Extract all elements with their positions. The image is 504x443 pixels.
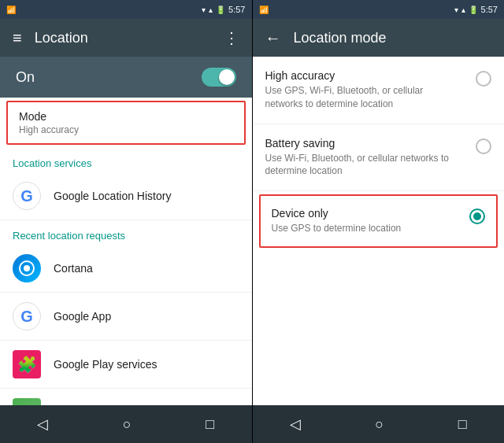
status-left-icons: 📶 xyxy=(6,6,16,14)
high-accuracy-radio[interactable] xyxy=(476,71,491,87)
high-accuracy-option[interactable]: High accuracy Use GPS, Wi-Fi, Bluetooth,… xyxy=(253,57,505,124)
bottom-nav-right: ◁ ○ □ xyxy=(253,405,505,443)
svg-point-1 xyxy=(24,265,30,271)
radio-selected-indicator xyxy=(473,212,481,220)
home-button-right[interactable]: ○ xyxy=(369,410,390,439)
high-accuracy-title: High accuracy xyxy=(265,69,464,82)
mode-subtitle: High accuracy xyxy=(19,124,233,135)
google-location-history-label: Google Location History xyxy=(54,190,171,202)
back-icon[interactable]: ← xyxy=(265,29,281,47)
toggle-row[interactable]: On xyxy=(0,57,252,98)
status-right-right-icons: ▾ ▴ 🔋 5:57 xyxy=(454,5,498,14)
battery-saving-text: Battery saving Use Wi-Fi, Bluetooth, or … xyxy=(265,137,464,179)
battery-icon-right: 🔋 xyxy=(469,6,478,14)
play-services-icon: 🧩 xyxy=(13,350,41,378)
google-location-history-item[interactable]: G Google Location History xyxy=(0,172,252,220)
device-only-radio[interactable] xyxy=(469,209,485,224)
battery-saving-subtitle: Use Wi-Fi, Bluetooth, or cellular networ… xyxy=(265,152,464,179)
status-bar-right: 📶 ▾ ▴ 🔋 5:57 xyxy=(253,0,505,19)
location-toggle[interactable] xyxy=(202,68,236,87)
maps-item[interactable]: 🗺️ Maps xyxy=(0,389,252,405)
recent-button[interactable]: □ xyxy=(199,410,220,439)
cortana-icon xyxy=(13,254,41,282)
device-only-subtitle: Use GPS to determine location xyxy=(272,222,458,235)
location-mode-title: Location mode xyxy=(294,30,492,46)
menu-icon[interactable]: ≡ xyxy=(13,29,22,47)
sim-icon: 📶 xyxy=(6,6,16,14)
right-panel: 📶 ▾ ▴ 🔋 5:57 ← Location mode High accura… xyxy=(253,0,505,443)
home-button[interactable]: ○ xyxy=(117,410,138,439)
signal-icon-right: ▴ xyxy=(461,6,465,14)
toolbar-right: ← Location mode xyxy=(253,19,505,57)
battery-saving-option[interactable]: Battery saving Use Wi-Fi, Bluetooth, or … xyxy=(253,124,505,192)
back-button[interactable]: ◁ xyxy=(31,409,54,439)
recent-button-right[interactable]: □ xyxy=(452,410,473,439)
status-bar-left: 📶 ▾ ▴ 🔋 5:57 xyxy=(0,0,252,19)
toggle-knob xyxy=(219,69,235,85)
signal-icon: ▴ xyxy=(209,6,213,14)
battery-saving-title: Battery saving xyxy=(265,137,464,150)
maps-icon: 🗺️ xyxy=(13,398,41,405)
high-accuracy-subtitle: Use GPS, Wi-Fi, Bluetooth, or cellular n… xyxy=(265,84,464,111)
wifi-icon: ▾ xyxy=(202,6,206,14)
google-app-icon: G xyxy=(13,302,41,330)
toolbar-left: ≡ Location ⋮ xyxy=(0,19,252,57)
left-panel: 📶 ▾ ▴ 🔋 5:57 ≡ Location ⋮ On Mode High a… xyxy=(0,0,252,443)
status-right-icons: ▾ ▴ 🔋 5:57 xyxy=(202,5,245,14)
time-display-right: 5:57 xyxy=(481,5,498,14)
mode-title: Mode xyxy=(19,110,233,123)
google-icon: G xyxy=(13,182,41,210)
play-services-label: Google Play services xyxy=(54,358,158,371)
device-only-text: Device only Use GPS to determine locatio… xyxy=(272,207,458,235)
device-only-option[interactable]: Device only Use GPS to determine locatio… xyxy=(259,194,498,248)
cortana-label: Cortana xyxy=(54,262,93,275)
recent-requests-header: Recent location requests xyxy=(0,220,252,245)
cortana-item[interactable]: Cortana xyxy=(0,245,252,293)
status-right-left-icons: 📶 xyxy=(259,6,269,14)
toggle-label: On xyxy=(16,69,35,86)
content-area: Mode High accuracy Location services G G… xyxy=(0,98,252,405)
time-display: 5:57 xyxy=(228,5,245,14)
play-services-item[interactable]: 🧩 Google Play services xyxy=(0,341,252,389)
page-title: Location xyxy=(35,30,211,46)
google-app-item[interactable]: G Google App xyxy=(0,293,252,341)
right-content-area: High accuracy Use GPS, Wi-Fi, Bluetooth,… xyxy=(253,57,505,405)
device-only-title: Device only xyxy=(272,207,458,220)
google-app-label: Google App xyxy=(54,310,111,323)
high-accuracy-text: High accuracy Use GPS, Wi-Fi, Bluetooth,… xyxy=(265,69,464,111)
battery-saving-radio[interactable] xyxy=(476,138,491,154)
wifi-icon-right: ▾ xyxy=(454,6,458,14)
location-services-header: Location services xyxy=(0,148,252,172)
battery-icon: 🔋 xyxy=(216,6,225,14)
sim-icon-right: 📶 xyxy=(259,6,269,14)
bottom-nav-left: ◁ ○ □ xyxy=(0,405,252,443)
more-options-icon[interactable]: ⋮ xyxy=(224,28,239,47)
mode-item[interactable]: Mode High accuracy xyxy=(6,101,246,145)
back-button-right[interactable]: ◁ xyxy=(284,409,307,439)
